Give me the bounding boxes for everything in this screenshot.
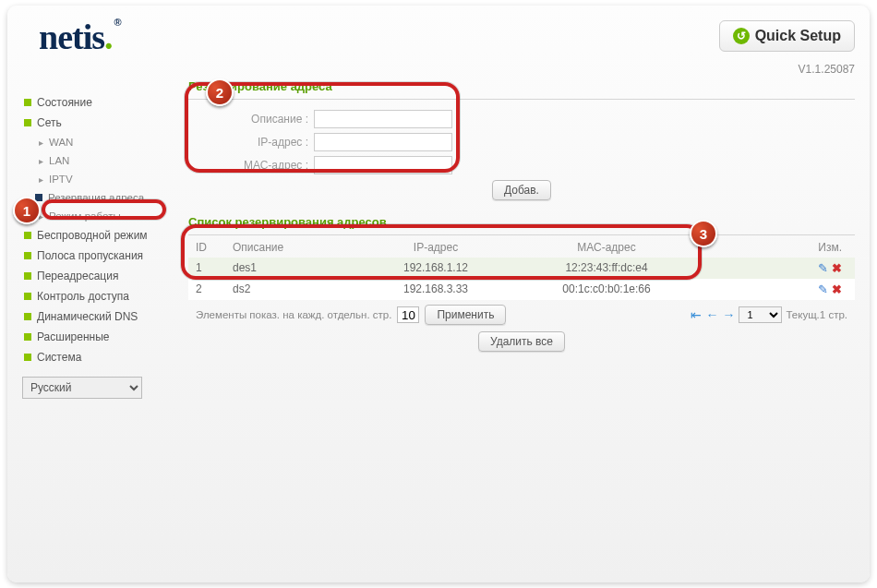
brand-logo: netis.® — [39, 17, 121, 57]
sidebar-item-system[interactable]: Система — [22, 347, 170, 367]
section-title-reservation: Резервирование адреса — [188, 74, 855, 100]
mac-input[interactable] — [314, 156, 452, 174]
edit-icon[interactable]: ✎ — [818, 261, 828, 275]
annotation-badge-1: 1 — [13, 197, 41, 224]
sidebar-sub-lan[interactable]: ▸LAN — [22, 151, 170, 170]
sidebar-sub-mode[interactable]: ▸Режим работы — [22, 207, 170, 225]
delete-icon[interactable]: ✖ — [832, 282, 842, 296]
per-page-input[interactable] — [397, 306, 419, 323]
quick-setup-label: Quick Setup — [755, 28, 841, 44]
sidebar-item-network[interactable]: Сеть — [22, 113, 170, 133]
annotation-badge-3: 3 — [690, 220, 717, 247]
sidebar-item-ddns[interactable]: Динамический DNS — [22, 306, 170, 327]
sidebar: Состояние Сеть ▸WAN ▸LAN ▸IPTV Резерваци… — [22, 74, 170, 564]
add-button[interactable]: Добав. — [492, 180, 551, 200]
section-title-list: Список резервирования адресов — [188, 210, 855, 235]
prev-page-icon[interactable]: ← — [705, 307, 718, 322]
sidebar-sub-reservation[interactable]: Резервация адреса — [22, 188, 170, 207]
delete-icon[interactable]: ✖ — [832, 261, 842, 275]
table-row: 1 des1 192.168.1.12 12:23:43:ff:dc:e4 ✎✖ — [188, 258, 855, 279]
language-select[interactable]: Русский — [22, 377, 142, 399]
main-content: Резервирование адреса Описание : IP-адре… — [170, 74, 855, 564]
ip-input[interactable] — [314, 133, 452, 151]
table-header: ID Описание IP-адрес МАС-адрес Изм. — [188, 237, 855, 258]
sidebar-item-bandwidth[interactable]: Полоса пропускания — [22, 246, 170, 266]
sidebar-item-forwarding[interactable]: Переадресация — [22, 266, 170, 286]
sidebar-sub-iptv[interactable]: ▸IPTV — [22, 170, 170, 188]
label-description: Описание : — [188, 113, 308, 126]
page-select[interactable]: 1 — [739, 306, 782, 323]
quick-setup-button[interactable]: ↺ Quick Setup — [719, 20, 855, 52]
first-page-icon[interactable]: ⇤ — [691, 307, 702, 322]
sidebar-item-status[interactable]: Состояние — [22, 92, 170, 113]
pager-label: Элементы показ. на кажд. отдельн. стр. — [196, 309, 391, 320]
label-ip: IP-адрес : — [188, 136, 308, 149]
next-page-icon[interactable]: → — [722, 307, 735, 322]
sidebar-sub-wan[interactable]: ▸WAN — [22, 133, 170, 151]
pager: Элементы показ. на кажд. отдельн. стр. П… — [188, 300, 855, 330]
refresh-icon: ↺ — [733, 28, 750, 44]
apply-button[interactable]: Применить — [425, 305, 506, 325]
pager-status: Текущ.1 стр. — [786, 309, 847, 320]
annotation-badge-2: 2 — [206, 78, 234, 106]
sidebar-item-advanced[interactable]: Расширенные — [22, 327, 170, 347]
description-input[interactable] — [314, 110, 452, 128]
sidebar-item-wireless[interactable]: Беспроводной режим — [22, 225, 170, 246]
table-row: 2 ds2 192.168.3.33 00:1c:c0:b0:1e:66 ✎✖ — [188, 279, 855, 300]
label-mac: МАС-адрес : — [188, 159, 308, 172]
sidebar-item-access[interactable]: Контроль доступа — [22, 286, 170, 306]
edit-icon[interactable]: ✎ — [818, 282, 828, 296]
delete-all-button[interactable]: Удалить все — [478, 331, 565, 352]
